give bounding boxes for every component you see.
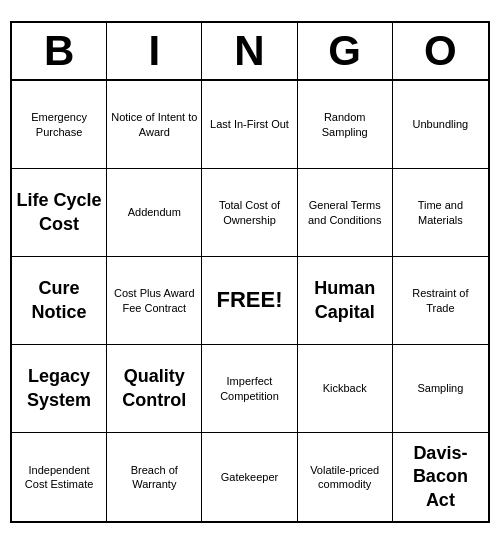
bingo-cell-12: FREE! bbox=[202, 257, 297, 345]
bingo-cell-6: Addendum bbox=[107, 169, 202, 257]
bingo-cell-4: Unbundling bbox=[393, 81, 488, 169]
bingo-cell-2: Last In-First Out bbox=[202, 81, 297, 169]
bingo-cell-15: Legacy System bbox=[12, 345, 107, 433]
bingo-cell-24: Davis-Bacon Act bbox=[393, 433, 488, 521]
bingo-cell-17: Imperfect Competition bbox=[202, 345, 297, 433]
bingo-grid: Emergency PurchaseNotice of Intent to Aw… bbox=[12, 81, 488, 521]
bingo-cell-7: Total Cost of Ownership bbox=[202, 169, 297, 257]
bingo-cell-3: Random Sampling bbox=[298, 81, 393, 169]
bingo-letter-g: G bbox=[298, 23, 393, 79]
bingo-cell-8: General Terms and Conditions bbox=[298, 169, 393, 257]
bingo-cell-18: Kickback bbox=[298, 345, 393, 433]
bingo-cell-0: Emergency Purchase bbox=[12, 81, 107, 169]
bingo-cell-22: Gatekeeper bbox=[202, 433, 297, 521]
bingo-cell-16: Quality Control bbox=[107, 345, 202, 433]
bingo-cell-20: Independent Cost Estimate bbox=[12, 433, 107, 521]
bingo-header: BINGO bbox=[12, 23, 488, 81]
bingo-letter-o: O bbox=[393, 23, 488, 79]
bingo-cell-1: Notice of Intent to Award bbox=[107, 81, 202, 169]
bingo-cell-11: Cost Plus Award Fee Contract bbox=[107, 257, 202, 345]
bingo-cell-23: Volatile-priced commodity bbox=[298, 433, 393, 521]
bingo-cell-13: Human Capital bbox=[298, 257, 393, 345]
bingo-letter-b: B bbox=[12, 23, 107, 79]
bingo-letter-n: N bbox=[202, 23, 297, 79]
bingo-cell-9: Time and Materials bbox=[393, 169, 488, 257]
bingo-cell-19: Sampling bbox=[393, 345, 488, 433]
bingo-letter-i: I bbox=[107, 23, 202, 79]
bingo-cell-21: Breach of Warranty bbox=[107, 433, 202, 521]
bingo-cell-14: Restraint of Trade bbox=[393, 257, 488, 345]
bingo-card: BINGO Emergency PurchaseNotice of Intent… bbox=[10, 21, 490, 523]
bingo-cell-5: Life Cycle Cost bbox=[12, 169, 107, 257]
bingo-cell-10: Cure Notice bbox=[12, 257, 107, 345]
